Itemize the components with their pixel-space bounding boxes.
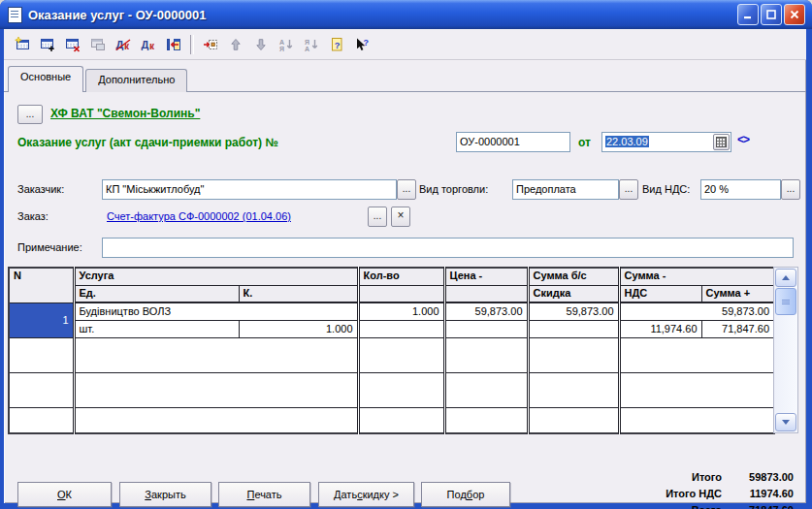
header-empty-cell <box>444 285 528 302</box>
minimize-button[interactable] <box>737 4 759 25</box>
vat-cell[interactable]: 11,974.60 <box>619 320 701 337</box>
note-label: Примечание: <box>17 241 82 253</box>
ok-button[interactable]: ОК <box>17 482 112 507</box>
scroll-up-button[interactable] <box>775 269 796 287</box>
col-header-sum-minus: Сумма - <box>619 268 774 285</box>
order-label: Заказ: <box>17 210 49 222</box>
empty-cell <box>528 372 619 407</box>
document-window: Оказание услуг - ОУ-0000001 Дк Дк АЯ ЯА … <box>0 0 812 509</box>
table-vertical-scrollbar[interactable] <box>773 267 798 433</box>
order-picker-button[interactable]: ... <box>368 207 387 227</box>
help-icon[interactable]: ? <box>324 33 349 56</box>
print-button[interactable]: Печать <box>218 482 310 507</box>
close-form-button[interactable]: Закрыть <box>119 482 211 507</box>
note-input[interactable] <box>102 238 794 258</box>
empty-cell <box>444 407 528 433</box>
price-cell[interactable]: 59,873.00 <box>444 302 528 320</box>
col-header-vat: НДС <box>619 285 701 302</box>
svg-text:Я: Я <box>305 38 309 45</box>
col-header-unit: Ед. <box>74 285 239 302</box>
move-up-icon <box>223 33 248 56</box>
doc-date-value: 22.03.09 <box>605 136 649 147</box>
empty-cell <box>358 320 444 337</box>
customer-input[interactable]: КП "Міськжитлобуд" <box>102 179 397 200</box>
sum-plus-cell[interactable]: 71,847.60 <box>701 320 774 337</box>
empty-cell <box>619 407 774 433</box>
move-right-icon[interactable] <box>198 33 223 56</box>
col-header-sum-wo: Сумма б/с <box>528 268 619 285</box>
empty-cell <box>9 337 74 372</box>
empty-cell <box>74 407 358 433</box>
grand-total-value: 71847.60 <box>722 504 794 509</box>
new-row-icon[interactable] <box>10 33 35 56</box>
empty-cell <box>444 320 528 337</box>
scrollbar-track[interactable] <box>774 315 797 412</box>
empty-table-row <box>9 372 774 407</box>
add-row-icon[interactable] <box>35 33 60 56</box>
order-link[interactable]: Счет-фактура СФ-0000002 (01.04.06) <box>107 210 291 222</box>
vat-type-input[interactable]: 20 % <box>700 179 781 200</box>
customer-picker-button[interactable]: ... <box>397 179 416 200</box>
history-spin-control[interactable]: <> <box>737 133 749 146</box>
maximize-button[interactable] <box>761 4 782 25</box>
scroll-down-button[interactable] <box>775 413 796 431</box>
move-left-icon[interactable] <box>161 33 186 56</box>
sort-desc-icon: ЯА <box>299 33 324 56</box>
sum-minus-cell[interactable]: 59,873.00 <box>619 302 774 320</box>
copy-row-icon <box>85 33 111 56</box>
service-cell[interactable]: Будівництво ВОЛЗ <box>74 302 358 320</box>
tab-extra[interactable]: Дополнительно <box>85 69 187 92</box>
calendar-icon <box>716 137 727 147</box>
calendar-button[interactable] <box>713 134 730 150</box>
sum-wo-cell[interactable]: 59,873.00 <box>528 302 619 320</box>
discount-cell <box>528 320 619 337</box>
col-header-price: Цена - <box>444 268 528 285</box>
context-help-icon[interactable]: ? <box>349 33 374 56</box>
give-discount-button[interactable]: Дать скидку > <box>318 482 414 507</box>
pick-items-button[interactable]: Подбор <box>421 482 510 507</box>
post-document-icon[interactable]: Дк <box>136 33 161 56</box>
company-link[interactable]: ХФ ВАТ "Свемон-Волинь" <box>50 107 200 120</box>
empty-cell <box>358 407 444 433</box>
total-vat-row: Итого НДС11974.60 <box>580 488 794 503</box>
items-table: N Услуга Кол-во Цена - Сумма б/с Сумма -… <box>8 267 775 434</box>
k-cell[interactable]: 1.000 <box>239 320 358 337</box>
grand-total-label: Всего <box>580 504 722 509</box>
col-header-num: N <box>9 268 74 302</box>
tab-strip: ОсновныеДополнительно <box>8 66 187 92</box>
empty-cell <box>74 372 358 407</box>
company-picker-button[interactable]: ... <box>17 105 43 124</box>
trade-type-picker-button[interactable]: ... <box>619 179 638 200</box>
button-accesskey: О <box>57 489 66 500</box>
svg-text:к: к <box>149 40 155 50</box>
empty-cell <box>528 407 619 433</box>
thumb-grip-icon <box>782 300 790 304</box>
doc-number-input[interactable]: ОУ-0000001 <box>456 132 570 152</box>
button-label: акрыть <box>151 489 186 500</box>
vat-type-picker-button[interactable]: ... <box>781 179 800 200</box>
doc-caption: Оказание услуг (акт сдачи-приемки работ)… <box>17 136 278 149</box>
arrow-up-icon <box>782 275 790 280</box>
scrollbar-thumb[interactable] <box>775 288 796 315</box>
total-value: 59873.00 <box>722 471 794 487</box>
date-from-label: от <box>578 136 591 149</box>
order-clear-button[interactable]: × <box>391 207 410 227</box>
svg-text:Д: Д <box>142 39 149 50</box>
empty-cell <box>619 372 774 407</box>
row-number-cell[interactable]: 1 <box>9 302 74 337</box>
vat-type-label: Вид НДС: <box>642 183 690 195</box>
delete-row-icon[interactable] <box>60 33 85 56</box>
tab-main[interactable]: Основные <box>8 66 83 92</box>
total-label: Итого <box>580 471 722 487</box>
empty-table-row <box>9 337 774 372</box>
doc-date-input[interactable]: 22.03.09 <box>601 132 731 152</box>
qty-cell[interactable]: 1.000 <box>358 302 444 320</box>
svg-text:Я: Я <box>279 46 284 52</box>
empty-table-row <box>9 407 774 433</box>
trade-type-label: Вид торговли: <box>419 183 488 195</box>
trade-type-input[interactable]: Предоплата <box>512 179 619 200</box>
close-button[interactable] <box>784 4 805 25</box>
toolbar-separator <box>190 35 194 54</box>
svg-text:?: ? <box>364 37 370 47</box>
unit-cell[interactable]: шт. <box>74 320 239 337</box>
